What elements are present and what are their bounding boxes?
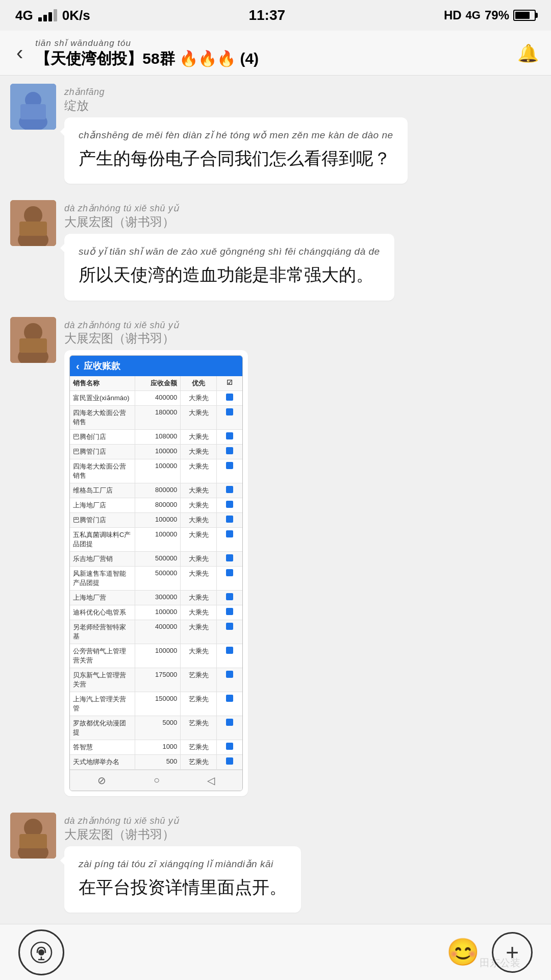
bottom-toolbar: 😊 +	[0, 924, 551, 980]
sheet-footer: ⊘ ○ ◁	[70, 770, 242, 791]
message-row: dà zhǎnhóng tú xiě shū yǔ 大展宏图（谢书羽） zài …	[10, 813, 541, 913]
sheet-data-row: 巴腾创门店 108000 大乘先	[70, 430, 242, 445]
sheet-data-row: 另老师经营智特家基 400000 大乘先	[70, 620, 242, 644]
svg-rect-7	[19, 222, 47, 236]
battery-percent: 79%	[485, 8, 509, 22]
bubble-pinyin: suǒ yǐ tiān shǐ wān de zào xuě gōngnéng …	[79, 245, 380, 259]
col-amount: 应收金额	[135, 376, 181, 390]
sender-name: dà zhǎnhóng tú xiě shū yǔ 大展宏图（谢书羽）	[64, 317, 248, 347]
network-type: 4G	[466, 9, 481, 22]
chat-title-container: tiān shǐ wānduàng tóu 【天使湾创投】58群 🔥🔥🔥 (4)	[35, 38, 505, 68]
sheet-data-row: 四海老大烩面公营销售 180000 大乘先	[70, 406, 242, 430]
sheet-data-row: 巴腾管门店 100000 大乘先	[70, 513, 242, 528]
sheet-data-row: 五私真菌调味料C产品团提 100000 大乘先	[70, 528, 242, 552]
battery-icon	[513, 10, 536, 21]
message-content: dà zhǎnhóng tú xiě shū yǔ 大展宏图（谢书羽） zài …	[64, 813, 301, 913]
speed-label: 0K/s	[62, 8, 90, 23]
nav-title-main: 【天使湾创投】58群 🔥🔥🔥 (4)	[35, 48, 259, 68]
signal-bars	[38, 9, 57, 21]
svg-point-25	[38, 949, 44, 955]
time-display: 11:37	[248, 7, 285, 23]
bottom-right-buttons: 😊 +	[446, 932, 533, 973]
spreadsheet: ‹ 应收账款 销售名称 应收金额 优先 ☑ 富民置业(xiǎnmáo) 4000…	[69, 355, 243, 791]
sheet-header-row: 销售名称 应收金额 优先 ☑	[70, 376, 242, 391]
sheet-data-row: 答智慧 1000 艺乘先	[70, 740, 242, 755]
message-content: zhǎnfāng 绽放 chǎnshēng de měi fèn diàn zǐ…	[64, 84, 408, 184]
sheet-footer-icon2: ○	[154, 774, 160, 787]
col-status: 优先	[181, 376, 216, 390]
avatar	[10, 84, 56, 130]
sheet-data-row: 罗故都优化动漫团提 5000 艺乘先	[70, 716, 242, 740]
nav-title-pinyin: tiān shǐ wānduàng tóu	[35, 38, 259, 48]
sheet-data-row: 风新速售车道智能产品团提 500000 大乘先	[70, 567, 242, 591]
spreadsheet-bubble[interactable]: ‹ 应收账款 销售名称 应收金额 优先 ☑ 富民置业(xiǎnmáo) 4000…	[64, 350, 248, 796]
spreadsheet-header: ‹ 应收账款	[70, 356, 242, 376]
sender-pinyin: dà zhǎnhóng tú xiě shū yǔ	[64, 203, 179, 213]
message-content: dà zhǎnhóng tú xiě shū yǔ 大展宏图（谢书羽） suǒ …	[64, 200, 394, 300]
sheet-title: 应收账款	[84, 360, 120, 372]
sender-name: zhǎnfāng 绽放	[64, 84, 408, 113]
message-row: dà zhǎnhóng tú xiě shū yǔ 大展宏图（谢书羽） ‹ 应收…	[10, 317, 541, 797]
sheet-data-row: 上海汽上管理关营管 150000 艺乘先	[70, 692, 242, 716]
emoji-button[interactable]: 😊	[446, 937, 480, 968]
sheet-data-row: 维格岛工厂店 800000 大乘先	[70, 483, 242, 498]
message-row: dà zhǎnhóng tú xiě shū yǔ 大展宏图（谢书羽） suǒ …	[10, 200, 541, 300]
sender-chinese: 大展宏图（谢书羽）	[64, 331, 174, 345]
message-row: zhǎnfāng 绽放 chǎnshēng de měi fèn diàn zǐ…	[10, 84, 541, 184]
top-nav: ‹ tiān shǐ wānduàng tóu 【天使湾创投】58群 🔥🔥🔥 (…	[0, 31, 551, 76]
add-button[interactable]: +	[492, 932, 533, 973]
message-content: dà zhǎnhóng tú xiě shū yǔ 大展宏图（谢书羽） ‹ 应收…	[64, 317, 248, 797]
sheet-data-row: 上海地厂营 300000 大乘先	[70, 591, 242, 605]
bubble-text: 在平台投资详情里面点开。	[79, 873, 287, 901]
avatar-image	[10, 813, 56, 859]
nav-title-chinese: 【天使湾创投】58群	[35, 50, 174, 67]
message-bubble: zài píng tái tóu zī xiángqíng lǐ miàndiǎ…	[64, 846, 301, 913]
chat-area: zhǎnfāng 绽放 chǎnshēng de měi fèn diàn zǐ…	[0, 76, 551, 980]
network-label: 4G	[15, 8, 33, 23]
sheet-data-row: 巴腾管门店 100000 大乘先	[70, 445, 242, 459]
avatar-image	[10, 200, 56, 246]
col-cb: ☑	[217, 376, 242, 390]
sheet-data-row: 上海地厂店 800000 大乘先	[70, 498, 242, 513]
status-right: HD 4G 79%	[444, 8, 536, 22]
battery-fill	[515, 12, 530, 19]
sender-name: dà zhǎnhóng tú xiě shū yǔ 大展宏图（谢书羽）	[64, 813, 301, 842]
nav-flames: 🔥🔥🔥	[179, 50, 236, 67]
svg-rect-15	[19, 834, 47, 848]
avatar-image	[10, 84, 56, 130]
bubble-pinyin: chǎnshēng de měi fèn diàn zǐ hé tóng wǒ …	[79, 129, 393, 142]
svg-rect-3	[20, 104, 46, 119]
sender-chinese: 绽放	[64, 99, 89, 112]
sender-chinese: 大展宏图（谢书羽）	[64, 827, 174, 841]
message-bubble: suǒ yǐ tiān shǐ wān de zào xuě gōngnéng …	[64, 234, 394, 301]
bubble-text: 所以天使湾的造血功能是非常强大的。	[79, 260, 380, 289]
sheet-footer-icon3: ◁	[207, 774, 215, 787]
notification-bell-icon[interactable]: 🔔	[517, 43, 539, 63]
back-button[interactable]: ‹	[12, 39, 27, 66]
col-name: 销售名称	[70, 376, 135, 390]
sender-name: dà zhǎnhóng tú xiě shū yǔ 大展宏图（谢书羽）	[64, 200, 394, 230]
avatar-image	[10, 317, 56, 363]
sheet-data-row: 天式地绑举办名 500 艺乘先	[70, 755, 242, 770]
sheet-data-row: 贝东新气上管理营关营 175000 艺乘先	[70, 668, 242, 692]
bubble-text: 产生的每份电子合同我们怎么看得到呢？	[79, 144, 393, 173]
voice-input-button[interactable]	[18, 929, 64, 975]
avatar	[10, 317, 56, 363]
sender-chinese: 大展宏图（谢书羽）	[64, 215, 174, 229]
sheet-back-icon: ‹	[76, 360, 80, 372]
status-left: 4G 0K/s	[15, 8, 90, 23]
sheet-data-row: 四海老大烩面公营销售 100000 大乘先	[70, 459, 242, 483]
sheet-data-row: 迪科优化心电管系 100000 大乘先	[70, 605, 242, 620]
avatar	[10, 813, 56, 859]
message-bubble: chǎnshēng de měi fèn diàn zǐ hé tóng wǒ …	[64, 117, 408, 184]
status-bar: 4G 0K/s 11:37 HD 4G 79%	[0, 0, 551, 31]
hd-label: HD	[444, 8, 462, 22]
svg-rect-11	[19, 338, 47, 353]
sheet-data-row: 富民置业(xiǎnmáo) 400000 大乘先	[70, 391, 242, 406]
sheet-data-row: 公旁营销气上管理营关营 100000 大乘先	[70, 644, 242, 668]
sender-pinyin: zhǎnfāng	[64, 87, 105, 97]
sender-pinyin: dà zhǎnhóng tú xiě shū yǔ	[64, 320, 179, 330]
nav-count: (4)	[240, 50, 259, 67]
sheet-footer-icon1: ⊘	[97, 774, 106, 787]
sender-pinyin: dà zhǎnhóng tú xiě shū yǔ	[64, 816, 179, 826]
